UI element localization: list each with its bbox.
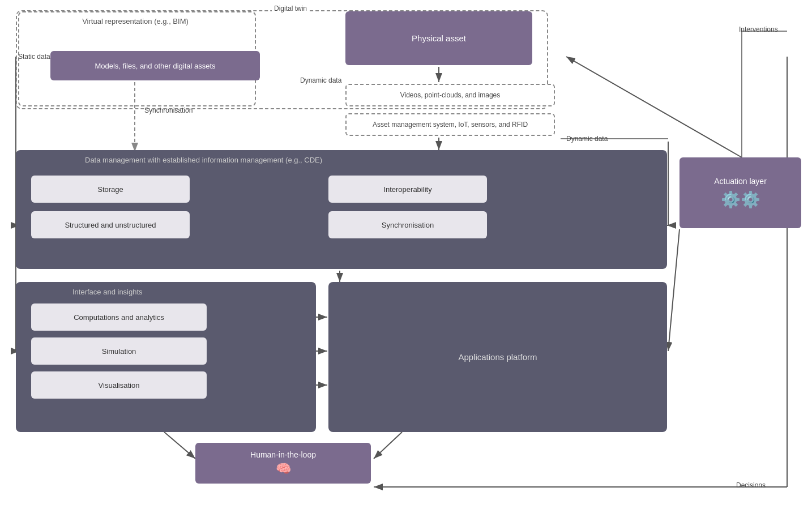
comp-label: Computations and analytics [74,313,164,322]
physical-asset-box: Physical asset [345,11,532,65]
sync-label: Synchronisation [382,221,434,229]
virtual-rep-label: Virtual representation (e.g., BIM) [25,17,246,25]
decisions-label: Decisions [736,481,766,489]
svg-line-20 [668,229,679,351]
vis-box: Visualisation [31,371,207,399]
interop-label: Interoperability [383,185,431,194]
dynamic-box-2: Asset management system, IoT, sensors, a… [345,113,555,136]
data-mgmt-box [16,150,667,269]
sim-label: Simulation [102,347,136,356]
actuation-box: Actuation layer ⚙️⚙️ [679,157,801,228]
svg-line-13 [164,432,195,459]
storage-box: Storage [31,176,190,203]
struct-label: Structured and unstructured [65,221,156,229]
dynamic-box-1: Videos, point-clouds, and images [345,84,555,106]
interop-box: Interoperability [328,176,487,203]
dynamic-data-top-label: Dynamic data [300,76,341,84]
human-loop-label: Human-in-the-loop [250,450,316,459]
diagram-container: Digital twin Virtual representation (e.g… [0,0,812,513]
dynamic-box-1-label: Videos, point-clouds, and images [400,91,501,99]
brain-icon: 🧠 [276,461,291,476]
sync-box: Synchronisation [328,211,487,238]
svg-line-14 [374,432,402,459]
static-data-label: Static data [18,53,50,61]
physical-asset-label: Physical asset [412,33,466,43]
sim-box: Simulation [31,337,207,365]
virtual-rep-inner: Models, files, and other digital assets [50,51,260,80]
digital-twin-label: Digital twin [272,5,309,12]
interface-label: Interface and insights [72,288,143,296]
apps-platform-label: Applications platform [458,352,537,362]
synchronisation-dashed-label: Synchronisation [144,106,193,114]
dynamic-box-2-label: Asset management system, IoT, sensors, a… [373,121,528,129]
vis-label: Visualisation [99,381,140,390]
gear-icon: ⚙️⚙️ [721,190,760,209]
virtual-rep-box: Virtual representation (e.g., BIM) Model… [18,11,256,106]
interventions-label: Interventions [739,25,778,33]
actuation-label: Actuation layer [714,177,767,186]
storage-label: Storage [97,185,123,194]
dynamic-data-right-label: Dynamic data [566,135,608,143]
human-loop-box: Human-in-the-loop 🧠 [195,443,371,484]
struct-box: Structured and unstructured [31,211,190,238]
apps-platform-box: Applications platform [328,282,667,432]
comp-box: Computations and analytics [31,303,207,331]
data-mgmt-label: Data management with established informa… [85,156,322,164]
virtual-rep-inner-label: Models, files, and other digital assets [95,62,215,70]
